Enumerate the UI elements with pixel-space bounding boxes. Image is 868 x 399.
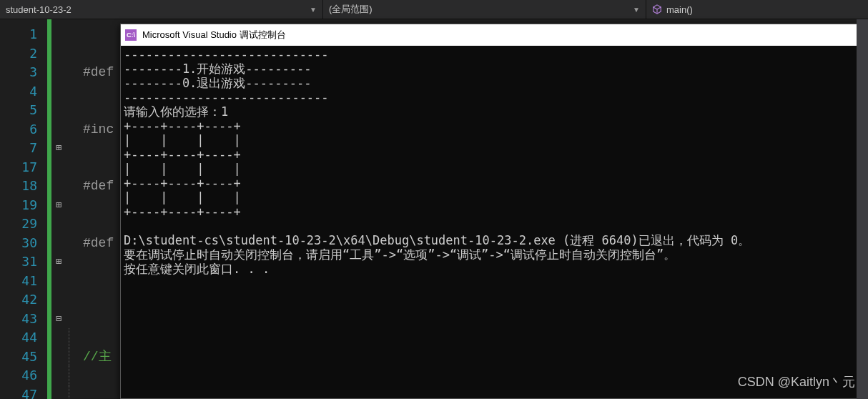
console-titlebar[interactable]: C:\ Microsoft Visual Studio 调试控制台 [121,24,867,46]
fold-toggle[interactable] [51,63,66,82]
line-number: 30 [0,234,37,253]
line-number: 5 [0,101,37,120]
line-number: 17 [0,158,37,177]
fold-toggle[interactable]: ⊟ [51,310,66,329]
code-token: #def [83,179,114,193]
file-selector[interactable]: student-10-23-2 ▼ [0,0,323,19]
fold-toggle[interactable] [51,44,66,64]
cube-icon [652,4,662,14]
line-number: 18 [0,177,37,196]
fold-toggle[interactable] [51,215,66,234]
fold-toggle[interactable] [51,82,66,102]
fold-toggle[interactable]: ⊞ [51,139,66,158]
code-token: //主 [83,350,112,364]
fold-toggle[interactable] [51,25,66,44]
fold-toggle[interactable] [51,348,66,367]
fold-toggle[interactable] [51,385,66,400]
fold-toggle[interactable] [51,234,66,253]
line-number: 19 [0,196,37,215]
scope-selector-label: (全局范围) [329,3,373,16]
fold-toggle[interactable] [51,120,66,139]
vs-icon: C:\ [125,29,137,41]
console-output: ---------------------------- --------1.开… [121,46,867,398]
console-title-label: Microsoft Visual Studio 调试控制台 [142,29,286,41]
fold-gutter: ⊞ ⊞ ⊞ ⊟ [51,19,66,399]
line-number: 44 [0,328,37,348]
line-number: 42 [0,290,37,310]
line-number: 6 [0,120,37,139]
code-token: #inc [83,122,114,137]
fold-toggle[interactable] [51,290,66,310]
fold-toggle[interactable] [51,366,66,385]
fold-toggle[interactable] [51,158,66,177]
fold-toggle[interactable]: ⊞ [51,196,66,215]
line-number: 41 [0,272,37,291]
line-number-gutter: 1 2 3 4 5 6 7 17 18 19 29 30 31 41 42 43… [0,19,47,399]
fold-toggle[interactable] [51,328,66,348]
line-number: 45 [0,348,37,367]
line-number: 29 [0,215,37,234]
debug-console-window[interactable]: C:\ Microsoft Visual Studio 调试控制台 ------… [120,24,868,399]
fold-toggle[interactable]: ⊞ [51,252,66,272]
code-token: #def [83,65,114,79]
fold-toggle[interactable] [51,177,66,196]
brace-guide [66,19,79,399]
line-number: 46 [0,366,37,385]
line-number: 43 [0,310,37,329]
fold-toggle[interactable] [51,101,66,120]
chevron-down-icon: ▼ [633,6,640,14]
breadcrumb-bar: student-10-23-2 ▼ (全局范围) ▼ main() [0,0,868,19]
watermark: CSDN @Kaitlyn丶元 [738,373,855,390]
fold-toggle[interactable] [51,272,66,291]
chevron-down-icon: ▼ [310,6,317,14]
member-selector-label: main() [666,4,693,15]
line-number: 31 [0,252,37,272]
scope-selector[interactable]: (全局范围) ▼ [323,0,646,19]
console-scrollbar[interactable] [857,19,868,399]
line-number: 4 [0,82,37,102]
member-selector[interactable]: main() [646,0,868,19]
line-number: 3 [0,63,37,82]
line-number: 2 [0,44,37,64]
line-number: 1 [0,25,37,44]
line-number: 47 [0,385,37,400]
file-selector-label: student-10-23-2 [6,4,71,15]
code-token: #def [83,236,114,250]
line-number: 7 [0,139,37,158]
